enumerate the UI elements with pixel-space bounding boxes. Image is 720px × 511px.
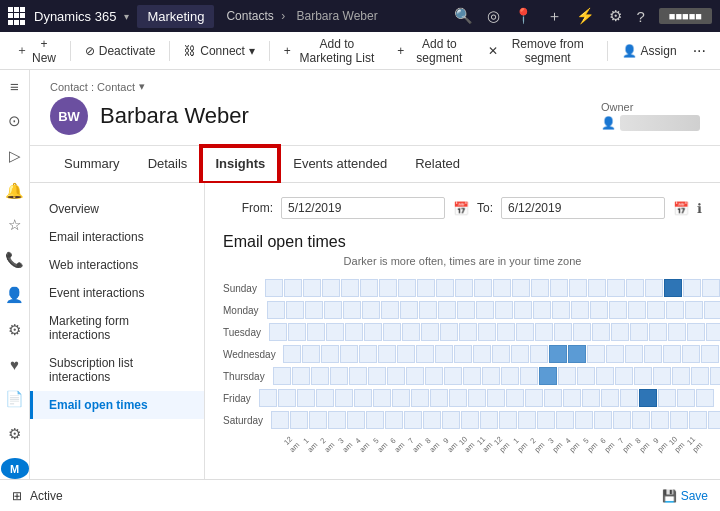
heat-cell[interactable] <box>449 389 467 407</box>
info-icon[interactable]: ℹ <box>697 201 702 216</box>
heat-cell[interactable] <box>672 367 690 385</box>
heat-cell[interactable] <box>577 367 595 385</box>
heat-cell[interactable] <box>651 411 669 429</box>
heat-cell[interactable] <box>454 345 472 363</box>
heat-cell[interactable] <box>455 279 473 297</box>
heat-cell[interactable] <box>704 301 720 319</box>
heat-cell[interactable] <box>670 411 688 429</box>
nav-overview[interactable]: Overview <box>30 195 204 223</box>
nav-form-interactions[interactable]: Marketing form interactions <box>30 307 204 349</box>
heat-cell[interactable] <box>321 345 339 363</box>
heat-cell[interactable] <box>378 345 396 363</box>
heat-cell[interactable] <box>259 389 277 407</box>
save-button[interactable]: Save <box>681 489 708 503</box>
sidebar-settings-icon[interactable]: ⚙ <box>1 319 29 340</box>
heat-cell[interactable] <box>653 367 671 385</box>
heat-cell[interactable] <box>539 367 557 385</box>
sidebar-link-icon[interactable]: ⚙ <box>1 424 29 445</box>
heat-cell[interactable] <box>573 323 591 341</box>
nav-email-interactions[interactable]: Email interactions <box>30 223 204 251</box>
heat-cell[interactable] <box>592 323 610 341</box>
settings-icon[interactable]: ⚙ <box>609 7 622 25</box>
heat-cell[interactable] <box>345 323 363 341</box>
heat-cell[interactable] <box>340 345 358 363</box>
expand-icon[interactable]: ⊞ <box>12 489 22 503</box>
heat-cell[interactable] <box>556 411 574 429</box>
heat-cell[interactable] <box>368 367 386 385</box>
heat-cell[interactable] <box>687 323 705 341</box>
assign-button[interactable]: 👤 Assign <box>614 40 685 62</box>
heat-cell[interactable] <box>588 279 606 297</box>
heat-cell[interactable] <box>571 301 589 319</box>
add-segment-button[interactable]: + Add to segment <box>389 33 478 69</box>
heat-cell[interactable] <box>335 389 353 407</box>
nav-web-interactions[interactable]: Web interactions <box>30 251 204 279</box>
heat-cell[interactable] <box>568 345 586 363</box>
heat-cell[interactable] <box>554 323 572 341</box>
sidebar-star-icon[interactable]: ☆ <box>1 215 29 236</box>
heat-cell[interactable] <box>708 411 720 429</box>
target-icon[interactable]: ◎ <box>487 7 500 25</box>
breadcrumb-contacts[interactable]: Contacts <box>226 9 273 23</box>
help-icon[interactable]: ? <box>636 8 644 25</box>
sidebar-home-icon[interactable]: ⊙ <box>1 111 29 132</box>
deactivate-button[interactable]: ⊘ Deactivate <box>77 40 164 62</box>
heat-cell[interactable] <box>457 301 475 319</box>
to-calendar-icon[interactable]: 📅 <box>673 201 689 216</box>
heat-cell[interactable] <box>482 367 500 385</box>
heat-cell[interactable] <box>607 279 625 297</box>
heat-cell[interactable] <box>324 301 342 319</box>
from-calendar-icon[interactable]: 📅 <box>453 201 469 216</box>
tab-related[interactable]: Related <box>401 146 474 183</box>
heat-cell[interactable] <box>501 367 519 385</box>
heat-cell[interactable] <box>292 367 310 385</box>
heat-cell[interactable] <box>305 301 323 319</box>
heat-cell[interactable] <box>512 279 530 297</box>
heat-cell[interactable] <box>397 345 415 363</box>
contact-type-chevron[interactable]: ▾ <box>139 80 145 93</box>
heat-cell[interactable] <box>537 411 555 429</box>
sidebar-contact-icon[interactable]: 👤 <box>1 285 29 306</box>
heat-cell[interactable] <box>381 301 399 319</box>
heat-cell[interactable] <box>530 345 548 363</box>
heat-cell[interactable] <box>347 411 365 429</box>
heat-cell[interactable] <box>430 389 448 407</box>
heat-cell[interactable] <box>322 279 340 297</box>
heat-cell[interactable] <box>514 301 532 319</box>
to-date-input[interactable] <box>501 197 665 219</box>
heat-cell[interactable] <box>495 301 513 319</box>
heat-cell[interactable] <box>682 345 700 363</box>
heat-cell[interactable] <box>416 345 434 363</box>
heat-cell[interactable] <box>419 301 437 319</box>
heat-cell[interactable] <box>493 279 511 297</box>
location-icon[interactable]: 📍 <box>514 7 533 25</box>
from-date-input[interactable] <box>281 197 445 219</box>
sidebar-phone-icon[interactable]: 📞 <box>1 250 29 271</box>
heat-cell[interactable] <box>630 323 648 341</box>
heat-cell[interactable] <box>645 279 663 297</box>
heat-cell[interactable] <box>341 279 359 297</box>
heat-cell[interactable] <box>302 345 320 363</box>
heat-cell[interactable] <box>303 279 321 297</box>
heat-cell[interactable] <box>658 389 676 407</box>
heat-cell[interactable] <box>328 411 346 429</box>
heat-cell[interactable] <box>626 279 644 297</box>
heat-cell[interactable] <box>668 323 686 341</box>
sidebar-play-icon[interactable]: ▷ <box>1 146 29 167</box>
sidebar-user-initial[interactable]: M <box>1 458 29 479</box>
heat-cell[interactable] <box>273 367 291 385</box>
heat-cell[interactable] <box>387 367 405 385</box>
tab-details[interactable]: Details <box>134 146 202 183</box>
module-name[interactable]: Marketing <box>137 5 214 28</box>
sidebar-doc-icon[interactable]: 📄 <box>1 389 29 410</box>
heat-cell[interactable] <box>520 367 538 385</box>
heat-cell[interactable] <box>316 389 334 407</box>
grid-icon[interactable] <box>8 7 26 25</box>
plus-icon[interactable]: ＋ <box>547 7 562 26</box>
heat-cell[interactable] <box>435 345 453 363</box>
heat-cell[interactable] <box>563 389 581 407</box>
heat-cell[interactable] <box>385 411 403 429</box>
heat-cell[interactable] <box>402 323 420 341</box>
heat-cell[interactable] <box>406 367 424 385</box>
heat-cell[interactable] <box>373 389 391 407</box>
